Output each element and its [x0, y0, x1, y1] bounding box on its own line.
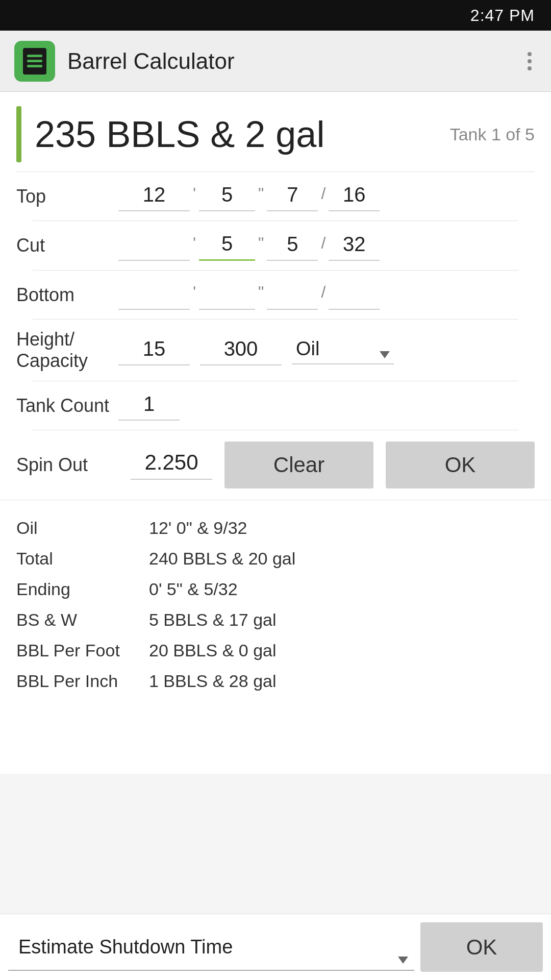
tank-label: Tank 1 of 5	[450, 125, 535, 144]
more-dot-2	[528, 59, 532, 63]
result-row-oil: Oil 12' 0" & 9/32	[16, 514, 535, 541]
inches-sep-3: "	[258, 283, 264, 307]
feet-sep-3: '	[193, 283, 196, 307]
main-content: 235 BBLS & 2 gal Tank 1 of 5 Top ' " / C…	[0, 92, 551, 774]
bottom-frac-num-input[interactable]	[267, 280, 318, 310]
top-frac-num-input[interactable]	[267, 181, 318, 211]
spin-out-label: Spin Out	[16, 454, 118, 476]
top-inches-input[interactable]	[199, 181, 255, 211]
bottom-inches-input[interactable]	[199, 280, 255, 310]
total-key: Total	[16, 549, 149, 569]
bbl-per-inch-val: 1 BBLS & 28 gal	[149, 671, 277, 691]
spin-out-value: 2.250	[131, 450, 212, 480]
oil-val: 12' 0" & 9/32	[149, 518, 247, 538]
status-ampm: PM	[509, 6, 535, 25]
ending-val: 0' 5" & 5/32	[149, 579, 238, 599]
cut-fields: ' " /	[118, 230, 535, 261]
app-title: Barrel Calculator	[67, 48, 522, 74]
bsw-val: 5 BBLS & 17 gal	[149, 610, 277, 630]
feet-sep-2: '	[193, 234, 196, 258]
clear-button[interactable]: Clear	[224, 442, 373, 488]
result-value: 235 BBLS & 2 gal	[35, 113, 450, 155]
cut-inches-input[interactable]	[199, 230, 255, 261]
top-label: Top	[16, 186, 118, 207]
bottom-row: Bottom ' " /	[16, 271, 535, 319]
bottom-fields: ' " /	[118, 280, 535, 310]
ok-button[interactable]: OK	[386, 442, 535, 488]
app-icon-line	[27, 55, 42, 57]
app-bar: Barrel Calculator	[0, 31, 551, 92]
fluid-type-select[interactable]: Oil Water Gas	[292, 336, 394, 364]
cut-row: Cut ' " /	[16, 221, 535, 270]
total-val: 240 BBLS & 20 gal	[149, 549, 295, 569]
bottom-frac-den-input[interactable]	[329, 280, 380, 310]
top-frac-den-input[interactable]	[329, 181, 380, 211]
bbl-per-inch-key: BBL Per Inch	[16, 671, 149, 691]
inches-sep-1: "	[258, 184, 264, 208]
height-capacity-row: Height/ Capacity Oil Water Gas	[16, 320, 535, 381]
estimate-dropdown-wrap: Estimate Shutdown Time	[8, 923, 414, 971]
top-row: Top ' " /	[16, 172, 535, 220]
ending-key: Ending	[16, 579, 149, 599]
cut-frac-num-input[interactable]	[267, 231, 318, 261]
tank-count-row: Tank Count	[16, 381, 535, 430]
tank-count-input[interactable]	[118, 390, 180, 421]
estimate-dropdown-arrow	[398, 957, 408, 964]
inches-sep-2: "	[258, 234, 264, 258]
more-dot-1	[528, 52, 532, 56]
bottom-feet-input[interactable]	[118, 280, 190, 310]
form-section: Top ' " / Cut ' " /	[0, 172, 551, 430]
feet-sep-1: '	[193, 184, 196, 208]
bbl-per-foot-key: BBL Per Foot	[16, 641, 149, 660]
result-row-total: Total 240 BBLS & 20 gal	[16, 545, 535, 572]
app-icon	[14, 41, 55, 82]
green-accent-bar	[16, 106, 21, 162]
result-row-ending: Ending 0' 5" & 5/32	[16, 576, 535, 602]
app-icon-inner	[23, 48, 46, 75]
more-options-button[interactable]	[522, 47, 537, 76]
top-fields: ' " /	[118, 181, 535, 211]
result-row-bbl-per-inch: BBL Per Inch 1 BBLS & 28 gal	[16, 668, 535, 694]
bbl-per-foot-val: 20 BBLS & 0 gal	[149, 641, 277, 660]
bottom-ok-button[interactable]: OK	[420, 922, 543, 972]
more-dot-3	[528, 66, 532, 70]
status-bar: 2:47 PM	[0, 0, 551, 31]
capacity-input[interactable]	[200, 335, 282, 365]
hc-fields: Oil Water Gas	[118, 335, 535, 365]
tank-count-label: Tank Count	[16, 395, 118, 416]
result-row-bsw: BS & W 5 BBLS & 17 gal	[16, 606, 535, 633]
status-time: 2:47	[470, 6, 504, 25]
slash-sep-2: /	[321, 234, 325, 258]
app-icon-line-2	[27, 60, 42, 62]
cut-frac-den-input[interactable]	[329, 231, 380, 261]
slash-sep-3: /	[321, 283, 325, 307]
fluid-type-dropdown-wrap: Oil Water Gas	[292, 336, 394, 364]
result-row-bbl-per-foot: BBL Per Foot 20 BBLS & 0 gal	[16, 637, 535, 664]
spin-out-row: Spin Out 2.250 Clear OK	[0, 430, 551, 500]
estimate-select[interactable]: Estimate Shutdown Time	[18, 936, 404, 958]
top-feet-input[interactable]	[118, 181, 190, 211]
slash-sep-1: /	[321, 184, 325, 208]
tank-count-fields	[118, 390, 535, 421]
bsw-key: BS & W	[16, 610, 149, 630]
height-capacity-label: Height/ Capacity	[16, 329, 118, 372]
cut-label: Cut	[16, 235, 118, 256]
bottom-bar: Estimate Shutdown Time OK	[0, 914, 551, 980]
height-input[interactable]	[118, 335, 190, 365]
app-icon-line-3	[27, 65, 42, 67]
result-area: 235 BBLS & 2 gal Tank 1 of 5	[0, 92, 551, 172]
oil-key: Oil	[16, 518, 149, 538]
bottom-label: Bottom	[16, 284, 118, 306]
results-table: Oil 12' 0" & 9/32 Total 240 BBLS & 20 ga…	[0, 500, 551, 702]
cut-feet-input[interactable]	[118, 231, 190, 261]
bottom-spacer	[0, 702, 551, 774]
